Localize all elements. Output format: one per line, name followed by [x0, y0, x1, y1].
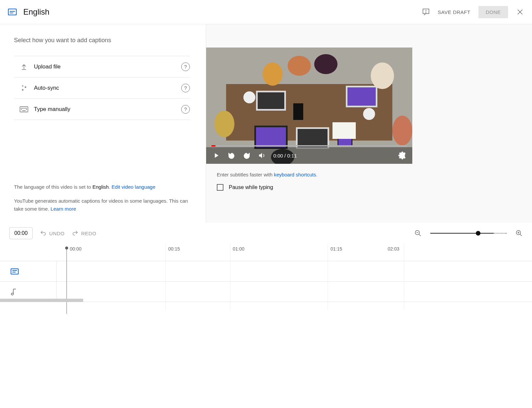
pause-checkbox[interactable]: [217, 184, 223, 191]
video-time: 0:00 / 0:11: [273, 153, 297, 158]
zoom-controls: [414, 230, 523, 237]
header: English SAVE DRAFT DONE: [0, 0, 532, 24]
current-time-input[interactable]: 00:00: [9, 227, 33, 239]
svg-rect-28: [293, 103, 303, 120]
volume-icon[interactable]: [258, 152, 266, 159]
option-label: Auto-sync: [34, 85, 181, 91]
shortcuts-hint: Enter subtitles faster with keyboard sho…: [206, 164, 532, 177]
option-auto-sync[interactable]: Auto-sync ?: [14, 77, 190, 99]
pause-label: Pause while typing: [229, 184, 273, 190]
help-icon[interactable]: ?: [181, 62, 190, 71]
video-controls: 10 10 0:00 / 0:11: [206, 147, 412, 164]
svg-point-9: [22, 108, 23, 108]
edit-language-link[interactable]: Edit video language: [112, 184, 156, 190]
save-draft-button[interactable]: SAVE DRAFT: [438, 9, 470, 15]
pause-while-typing-row: Pause while typing: [206, 177, 532, 197]
zoom-slider[interactable]: [430, 233, 493, 234]
svg-point-12: [26, 108, 27, 108]
horizontal-scrollbar[interactable]: [0, 299, 83, 302]
svg-point-30: [363, 108, 375, 120]
svg-rect-23: [347, 87, 376, 106]
svg-point-10: [24, 108, 24, 108]
forward-10-icon[interactable]: 10: [243, 152, 251, 159]
tick-label: 00:15: [168, 246, 180, 252]
timeline-ruler[interactable]: 00:00 00:15 01:00 01:15 02:03: [0, 244, 532, 261]
tick-label: 01:00: [233, 246, 244, 252]
zoom-in-icon[interactable]: [515, 230, 523, 237]
page-title: English: [23, 7, 50, 17]
svg-line-45: [520, 234, 522, 236]
svg-point-8: [21, 108, 21, 108]
captions-track[interactable]: [0, 261, 532, 281]
svg-point-34: [288, 56, 311, 76]
help-icon[interactable]: ?: [181, 105, 190, 114]
help-icon[interactable]: ?: [181, 84, 190, 92]
feedback-icon[interactable]: [422, 8, 430, 16]
svg-point-32: [263, 62, 283, 86]
timeline-toolbar: 00:00 UNDO REDO: [0, 223, 532, 244]
svg-point-29: [243, 91, 255, 103]
option-upload-file[interactable]: Upload file ?: [14, 56, 190, 77]
svg-line-42: [419, 234, 421, 236]
language-info: The language of this video is set to Eng…: [14, 183, 190, 223]
svg-rect-19: [258, 92, 284, 109]
keyboard-shortcuts-link[interactable]: keyboard shortcuts: [274, 172, 316, 177]
caption-option-list: Upload file ? Auto-sync ? Type manually …: [14, 56, 190, 120]
captions-track-icon: [0, 261, 57, 281]
svg-point-2: [426, 12, 426, 13]
option-type-manually[interactable]: Type manually ?: [14, 99, 190, 120]
lang-prefix: The language of this video is set to: [14, 184, 92, 190]
option-label: Type manually: [34, 106, 181, 113]
sparkle-icon: [14, 84, 34, 92]
svg-point-11: [25, 108, 25, 108]
svg-point-35: [314, 54, 337, 74]
svg-point-14: [26, 109, 27, 110]
undo-button[interactable]: UNDO: [40, 230, 65, 237]
learn-more-link[interactable]: Learn more: [51, 206, 76, 212]
svg-point-33: [214, 111, 234, 137]
timeline: 00:00 00:15 01:00 01:15 02:03: [0, 244, 532, 302]
svg-rect-25: [256, 127, 286, 147]
video-preview[interactable]: 10 10 0:00 / 0:11: [206, 48, 412, 164]
option-label: Upload file: [34, 63, 181, 70]
gear-icon[interactable]: [398, 152, 406, 159]
done-button[interactable]: DONE: [478, 6, 508, 18]
playhead[interactable]: [66, 248, 67, 314]
svg-rect-27: [338, 138, 351, 146]
svg-rect-31: [332, 122, 356, 139]
tick-label: 00:00: [70, 246, 81, 252]
timeline-tracks: [0, 261, 532, 302]
lang-name: English: [92, 184, 109, 190]
tick-label: 01:15: [331, 246, 342, 252]
left-column: Select how you want to add captions Uplo…: [0, 24, 206, 223]
right-column: 10 10 0:00 / 0:11 Enter subtitles faster…: [206, 24, 532, 223]
upload-icon: [14, 63, 34, 70]
header-right: SAVE DRAFT DONE: [422, 6, 524, 18]
play-icon[interactable]: [212, 152, 220, 159]
main-area: Select how you want to add captions Uplo…: [0, 24, 532, 223]
redo-button[interactable]: REDO: [72, 230, 96, 237]
caption-prompt: Select how you want to add captions: [14, 37, 190, 44]
header-left: English: [8, 7, 50, 17]
svg-point-13: [21, 109, 21, 110]
keyboard-icon: [14, 106, 34, 112]
svg-rect-21: [298, 129, 328, 147]
svg-point-36: [371, 62, 394, 89]
svg-point-48: [11, 293, 13, 295]
tick-label: 02:03: [388, 246, 399, 252]
captions-icon: [8, 9, 17, 15]
svg-point-37: [392, 116, 412, 146]
auto-caption-note: YouTube generates automatic captions for…: [14, 198, 188, 212]
close-icon[interactable]: [516, 8, 524, 16]
rewind-10-icon[interactable]: 10: [227, 152, 235, 159]
video-progress[interactable]: [211, 145, 407, 147]
zoom-out-icon[interactable]: [414, 230, 422, 237]
